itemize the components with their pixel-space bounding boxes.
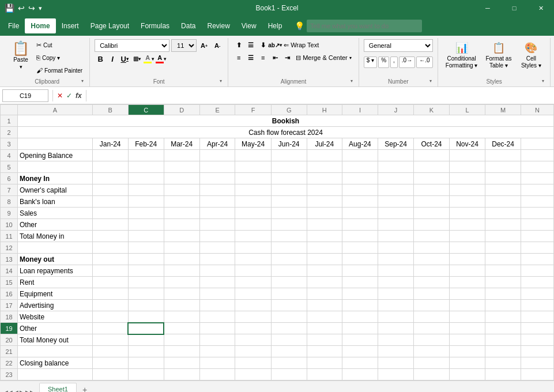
- cell-D20[interactable]: [164, 334, 199, 346]
- cell-J3[interactable]: Sep-24: [378, 138, 414, 150]
- cell-K9[interactable]: [414, 208, 450, 219]
- row-header-19[interactable]: 19: [1, 323, 18, 334]
- col-header-K[interactable]: K: [414, 105, 450, 115]
- cell-B18[interactable]: [92, 311, 128, 323]
- cell-G22[interactable]: [271, 357, 307, 369]
- menu-help[interactable]: Help: [262, 18, 288, 33]
- cell-C14[interactable]: [128, 265, 164, 277]
- cell-B23[interactable]: [92, 369, 128, 380]
- cell-N6[interactable]: [521, 173, 554, 184]
- cell-B19[interactable]: [92, 323, 128, 334]
- cell-A8[interactable]: Bank's loan: [18, 196, 93, 208]
- cell-F17[interactable]: [235, 300, 271, 311]
- cell-C3[interactable]: Feb-24: [128, 138, 164, 150]
- number-format-dropdown[interactable]: General: [364, 39, 433, 52]
- indent-inc-button[interactable]: ⇥: [281, 52, 293, 63]
- cell-E13[interactable]: [199, 254, 235, 265]
- cell-K16[interactable]: [414, 288, 450, 300]
- cell-J8[interactable]: [378, 196, 414, 208]
- cell-F11[interactable]: [235, 231, 271, 242]
- cut-button[interactable]: ✂Cut: [34, 39, 85, 51]
- row-header-18[interactable]: 18: [1, 311, 18, 323]
- cell-N22[interactable]: [521, 357, 554, 369]
- cell-G5[interactable]: [271, 161, 307, 173]
- cell-A13[interactable]: Money out: [18, 254, 93, 265]
- fill-color-button[interactable]: A ▾: [143, 53, 154, 65]
- cell-K8[interactable]: [414, 196, 450, 208]
- cell-E15[interactable]: [199, 277, 235, 288]
- cell-J20[interactable]: [378, 334, 414, 346]
- cell-N11[interactable]: [521, 231, 554, 242]
- cell-F4[interactable]: [235, 150, 271, 161]
- row-header-5[interactable]: 5: [1, 161, 18, 173]
- cell-M17[interactable]: [485, 300, 521, 311]
- wrap-text-button[interactable]: ⇐ Wrap Text: [281, 39, 321, 51]
- cell-I13[interactable]: [342, 254, 378, 265]
- cell-E14[interactable]: [199, 265, 235, 277]
- cell-B5[interactable]: [92, 161, 128, 173]
- cell-K17[interactable]: [414, 300, 450, 311]
- cell-I12[interactable]: [342, 242, 378, 254]
- cell-C17[interactable]: [128, 300, 164, 311]
- copy-button[interactable]: ⎘Copy ▾: [34, 52, 85, 63]
- cell-reference-box[interactable]: [2, 89, 48, 102]
- cell-N23[interactable]: [521, 369, 554, 380]
- cell-N15[interactable]: [521, 277, 554, 288]
- cell-N14[interactable]: [521, 265, 554, 277]
- cell-C10[interactable]: [128, 219, 164, 231]
- menu-file[interactable]: File: [2, 18, 25, 33]
- cancel-icon[interactable]: ✕: [57, 92, 63, 100]
- cell-H19[interactable]: [307, 323, 342, 334]
- cell-D21[interactable]: [164, 346, 199, 357]
- row-header-23[interactable]: 23: [1, 369, 18, 380]
- cell-M4[interactable]: [485, 150, 521, 161]
- cell-G6[interactable]: [271, 173, 307, 184]
- nav-first-sheet[interactable]: ◀◀: [3, 389, 13, 392]
- cell-K6[interactable]: [414, 173, 450, 184]
- conditional-formatting-button[interactable]: 📊 ConditionalFormatting ▾: [443, 39, 481, 71]
- percent-button[interactable]: %: [378, 56, 389, 68]
- increase-font-button[interactable]: A+: [198, 40, 210, 51]
- close-button[interactable]: ✕: [527, 0, 554, 16]
- cell-D22[interactable]: [164, 357, 199, 369]
- cell-J10[interactable]: [378, 219, 414, 231]
- cell-M16[interactable]: [485, 288, 521, 300]
- cell-F10[interactable]: [235, 219, 271, 231]
- align-middle-button[interactable]: ☰: [245, 39, 257, 51]
- col-header-C[interactable]: C: [128, 105, 164, 115]
- cell-E3[interactable]: Apr-24: [199, 138, 235, 150]
- cell-M20[interactable]: [485, 334, 521, 346]
- cell-D11[interactable]: [164, 231, 199, 242]
- col-header-G[interactable]: G: [271, 105, 307, 115]
- paste-button[interactable]: 📋 Paste ▾: [9, 39, 32, 71]
- save-icon[interactable]: 💾: [5, 3, 14, 13]
- cell-G23[interactable]: [271, 369, 307, 380]
- cell-I23[interactable]: [342, 369, 378, 380]
- cell-N9[interactable]: [521, 208, 554, 219]
- cell-G18[interactable]: [271, 311, 307, 323]
- cell-H11[interactable]: [307, 231, 342, 242]
- cell-L23[interactable]: [449, 369, 485, 380]
- cell-C4[interactable]: [128, 150, 164, 161]
- cell-K4[interactable]: [414, 150, 450, 161]
- col-header-N[interactable]: N: [521, 105, 554, 115]
- cell-L8[interactable]: [449, 196, 485, 208]
- cell-J14[interactable]: [378, 265, 414, 277]
- cell-L15[interactable]: [449, 277, 485, 288]
- cell-N16[interactable]: [521, 288, 554, 300]
- cell-K19[interactable]: [414, 323, 450, 334]
- cell-A5[interactable]: [18, 161, 93, 173]
- cell-N19[interactable]: [521, 323, 554, 334]
- cell-E10[interactable]: [199, 219, 235, 231]
- cell-K15[interactable]: [414, 277, 450, 288]
- cell-J21[interactable]: [378, 346, 414, 357]
- menu-formulas[interactable]: Formulas: [135, 18, 175, 33]
- cell-H20[interactable]: [307, 334, 342, 346]
- cell-D17[interactable]: [164, 300, 199, 311]
- cell-F8[interactable]: [235, 196, 271, 208]
- cell-M3[interactable]: Dec-24: [485, 138, 521, 150]
- col-header-H[interactable]: H: [307, 105, 342, 115]
- cell-F23[interactable]: [235, 369, 271, 380]
- cell-I10[interactable]: [342, 219, 378, 231]
- menu-review[interactable]: Review: [201, 18, 235, 33]
